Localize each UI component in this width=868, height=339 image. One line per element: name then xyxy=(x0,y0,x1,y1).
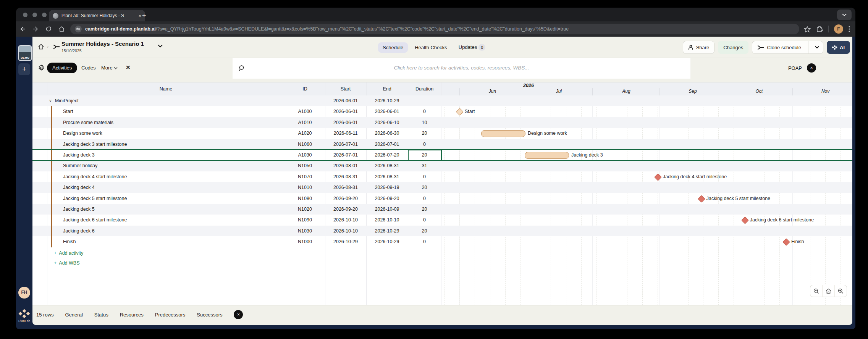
cell-end[interactable]: 2026-07-01 xyxy=(366,139,408,150)
clone-chevron-down-icon[interactable] xyxy=(811,46,823,49)
cell-id[interactable]: N1060 xyxy=(285,139,325,150)
cell-name[interactable]: Jacking deck 5 xyxy=(47,204,301,215)
table-row[interactable]: Summer holidayN10502026-08-012026-08-313… xyxy=(32,160,852,171)
table-row[interactable]: Procure some materialsA10102026-06-01202… xyxy=(32,117,852,128)
schedule-title[interactable]: Summer Holidays - Scenario 1 xyxy=(61,40,144,47)
cell-start[interactable]: 2026-06-01 xyxy=(325,95,366,106)
extensions-icon[interactable] xyxy=(816,26,823,32)
add-project-button[interactable]: + xyxy=(18,63,30,75)
tab-schedule[interactable]: Schedule xyxy=(378,42,408,53)
zoom-in-button[interactable] xyxy=(835,285,847,297)
cell-name[interactable]: Jacking deck 6 start milestone xyxy=(47,215,301,225)
cell-end[interactable]: 2026-08-31 xyxy=(366,171,408,182)
demo-project-logo[interactable]: DEMO xyxy=(18,45,32,61)
cell-start[interactable]: 2026-07-01 xyxy=(325,150,366,160)
cell-duration[interactable]: 0 xyxy=(408,236,441,247)
title-chevron-down-icon[interactable] xyxy=(158,44,163,48)
table-row[interactable]: Jacking deck 4N10102026-08-312026-09-192… xyxy=(32,182,852,193)
ai-button[interactable]: AI xyxy=(827,41,850,54)
cell-name[interactable]: Procure some materials xyxy=(47,117,301,128)
profile-avatar[interactable]: F xyxy=(834,24,843,34)
cell-end[interactable]: 2026-10-29 xyxy=(366,95,408,106)
cell-end[interactable]: 2026-10-29 xyxy=(366,226,408,236)
clone-schedule-button[interactable]: Clone schedule xyxy=(752,41,823,54)
cell-end[interactable]: 2026-06-01 xyxy=(366,106,408,117)
browser-tab[interactable]: PlanLab: Summer Holidays - S × xyxy=(49,10,145,21)
cell-duration[interactable]: 20 xyxy=(408,128,441,139)
bottom-tab-status[interactable]: Status xyxy=(94,312,108,318)
bottom-tab-general[interactable]: General xyxy=(65,312,83,318)
zoom-out-button[interactable] xyxy=(810,285,823,297)
cell-duration[interactable]: 0 xyxy=(408,171,441,182)
tab-search-chevron-button[interactable] xyxy=(837,10,852,20)
status-bar-close-button[interactable]: × xyxy=(234,310,243,319)
column-header-duration[interactable]: Duration xyxy=(408,82,441,95)
cell-duration[interactable]: 0 xyxy=(408,106,441,117)
cell-id[interactable]: N1070 xyxy=(285,171,325,182)
cell-start[interactable]: 2026-06-01 xyxy=(325,106,366,117)
new-tab-button[interactable]: + xyxy=(142,11,146,21)
cell-duration[interactable]: 0 xyxy=(408,139,441,150)
cell-id[interactable]: N1020 xyxy=(285,204,325,215)
cell-name[interactable]: Finish xyxy=(47,236,301,247)
column-header-name[interactable]: Name xyxy=(47,82,285,95)
cell-end[interactable]: 2026-06-10 xyxy=(366,117,408,128)
cell-name[interactable]: Design some work xyxy=(47,128,301,139)
table-row[interactable]: ˅MiniProject2026-06-012026-10-29 xyxy=(32,95,852,106)
bottom-tab-successors[interactable]: Successors xyxy=(197,312,222,318)
view-pill-codes[interactable]: Codes xyxy=(81,65,96,71)
cell-name[interactable]: Jacking deck 3 xyxy=(47,150,301,160)
maximize-window-button[interactable] xyxy=(42,13,47,17)
cell-start[interactable]: 2026-08-01 xyxy=(325,160,366,171)
cell-id[interactable]: A1020 xyxy=(285,128,325,139)
cell-id[interactable]: A1010 xyxy=(285,117,325,128)
table-row[interactable]: Jacking deck 3A10302026-07-012026-07-202… xyxy=(32,150,852,160)
window-controls[interactable] xyxy=(23,13,47,17)
table-row[interactable]: Jacking deck 5 start milestoneN10802026-… xyxy=(32,193,852,204)
cell-start[interactable]: 2026-09-20 xyxy=(325,204,366,215)
bottom-tab-predecessors[interactable]: Predecessors xyxy=(155,312,185,318)
cell-start[interactable]: 2026-08-31 xyxy=(325,171,366,182)
cell-name[interactable]: Jacking deck 4 xyxy=(47,182,301,193)
cell-start[interactable]: 2026-08-31 xyxy=(325,182,366,193)
home-icon[interactable] xyxy=(38,44,44,50)
gear-icon[interactable] xyxy=(38,65,45,71)
minimize-window-button[interactable] xyxy=(32,13,37,17)
reload-icon[interactable] xyxy=(42,26,55,32)
add-wbs-link[interactable]: +Add WBS xyxy=(54,258,80,268)
wbs-collapse-chevron-icon[interactable]: ˅ xyxy=(49,96,52,106)
search-bar[interactable]: Click here to search for activities, cod… xyxy=(233,58,690,79)
user-avatar[interactable]: FH xyxy=(18,287,30,299)
saved-view-label[interactable]: POAP xyxy=(788,65,802,71)
cell-id[interactable]: A1000 xyxy=(285,106,325,117)
cell-id[interactable]: N1050 xyxy=(285,160,325,171)
add-activity-link[interactable]: +Add activity xyxy=(54,248,83,258)
table-row[interactable]: Jacking deck 4 start milestoneN10702026-… xyxy=(32,171,852,182)
cell-name[interactable]: ˅MiniProject xyxy=(47,95,287,106)
cell-end[interactable]: 2026-10-29 xyxy=(366,236,408,247)
back-icon[interactable] xyxy=(16,26,29,32)
tab-health-checks[interactable]: Health Checks xyxy=(410,42,452,53)
selected-cell-outline[interactable] xyxy=(408,150,442,161)
cell-duration[interactable]: 20 xyxy=(408,204,441,215)
table-row[interactable]: FinishN10002026-10-292026-10-290 xyxy=(32,236,852,247)
home-browser-icon[interactable] xyxy=(55,26,68,32)
cell-end[interactable]: 2026-10-09 xyxy=(366,204,408,215)
cell-end[interactable]: 2026-07-20 xyxy=(366,150,408,160)
site-info-icon[interactable] xyxy=(75,26,82,32)
cell-id[interactable]: N1080 xyxy=(285,193,325,204)
cell-end[interactable]: 2026-09-19 xyxy=(366,182,408,193)
cell-duration[interactable]: 20 xyxy=(408,182,441,193)
column-header-start[interactable]: Start xyxy=(325,82,366,95)
cell-start[interactable]: 2026-10-29 xyxy=(325,236,366,247)
cell-start[interactable]: 2026-10-10 xyxy=(325,215,366,225)
cell-start[interactable]: 2026-06-11 xyxy=(325,128,366,139)
cell-name[interactable]: Start xyxy=(47,106,301,117)
cell-name[interactable]: Jacking deck 6 xyxy=(47,226,301,236)
cell-name[interactable]: Summer holiday xyxy=(47,160,301,171)
cell-duration[interactable]: 0 xyxy=(408,215,441,225)
table-row[interactable]: Jacking deck 3 start milestoneN10602026-… xyxy=(32,139,852,150)
cell-name[interactable]: Jacking deck 5 start milestone xyxy=(47,193,301,204)
cell-id[interactable]: N1090 xyxy=(285,215,325,225)
share-button[interactable]: Share xyxy=(683,41,715,54)
